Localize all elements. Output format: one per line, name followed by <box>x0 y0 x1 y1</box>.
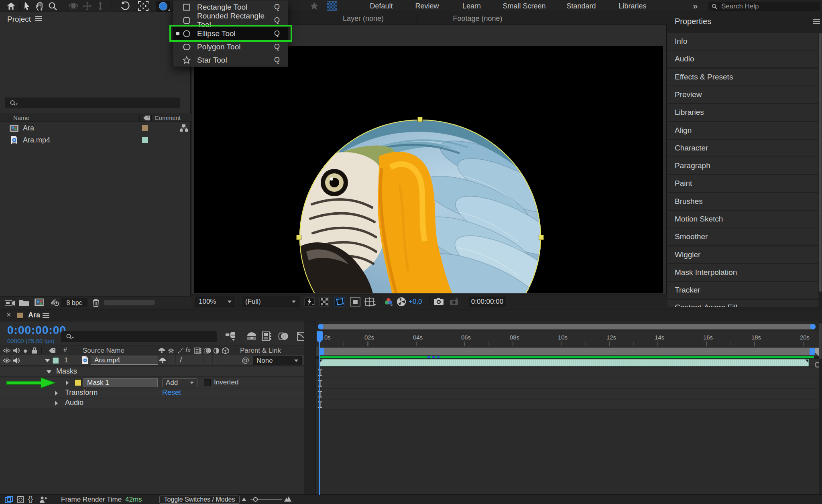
shy-switch-icon[interactable] <box>158 348 165 354</box>
project-item-name[interactable]: Ara.mp4 <box>23 136 50 144</box>
storyboard-person-icon[interactable] <box>39 496 48 503</box>
trash-icon[interactable] <box>92 299 100 307</box>
viewer-timecode-box[interactable]: 0:00:00:00 <box>469 297 506 307</box>
source-name-column[interactable]: Source Name <box>83 347 124 355</box>
collapse-transformations-icon[interactable] <box>168 348 174 354</box>
workspace-tab-standard[interactable]: Standard <box>566 2 596 10</box>
mask-vertex-handle-right[interactable] <box>539 235 544 240</box>
menu-item-rounded-rectangle-tool[interactable]: Rounded Rectangle Tool Q <box>173 14 288 27</box>
label-column-tag-icon[interactable] <box>49 348 56 354</box>
region-of-interest-icon[interactable] <box>350 297 360 307</box>
solo-column-icon[interactable] <box>23 349 27 353</box>
column-name[interactable]: Name <box>13 114 29 121</box>
layer-shy-icon[interactable] <box>159 358 166 364</box>
shy-toggle-icon[interactable] <box>246 332 257 341</box>
transform-reset-link[interactable]: Reset <box>162 388 181 397</box>
zoom-in-mountains-icon[interactable] <box>284 496 291 502</box>
audio-expander-chevron[interactable] <box>55 401 58 406</box>
panel-item-audio[interactable]: Audio <box>667 51 818 67</box>
dolly-camera-tool-icon[interactable] <box>97 1 104 11</box>
resolution-select[interactable]: (Full) <box>242 297 299 307</box>
label-color-swatch[interactable] <box>142 125 148 131</box>
layer-video-eye-icon[interactable] <box>3 358 10 363</box>
audio-group-row[interactable]: Audio <box>0 398 304 408</box>
audio-column-speaker-icon[interactable] <box>13 347 20 354</box>
panel-item-paragraph[interactable]: Paragraph <box>667 157 818 174</box>
bit-depth-button[interactable]: 8 bpc <box>61 298 87 307</box>
project-search-input[interactable] <box>5 98 180 108</box>
rotate-tool-icon[interactable] <box>120 1 130 11</box>
mask-expander-chevron[interactable] <box>66 380 69 385</box>
panel-item-character[interactable]: Character <box>667 140 818 156</box>
adjustment-layer-switch-icon[interactable] <box>213 348 220 354</box>
exposure-value[interactable]: +0,0 <box>409 298 422 306</box>
panel-item-wiggler[interactable]: Wiggler <box>667 246 818 263</box>
project-item-name[interactable]: Ara <box>23 124 34 132</box>
menu-item-ellipse-tool[interactable]: Ellipse Tool Q <box>173 27 288 40</box>
mask-name-field[interactable]: Mask 1 <box>83 378 158 387</box>
timeline-navigator-bar[interactable] <box>318 324 816 329</box>
show-snapshot-icon[interactable] <box>449 297 459 305</box>
frame-blend-switch-icon[interactable] <box>194 348 201 354</box>
panel-item-effects-presets[interactable]: Effects & Presets <box>667 69 818 85</box>
time-ruler[interactable]: 0s 02s 04s 06s 08s 10s 12s 14s 16s 18s 2… <box>316 331 819 346</box>
exposure-shutter-icon[interactable] <box>397 297 406 307</box>
workspace-tab-review[interactable]: Review <box>415 2 439 10</box>
grid-guides-icon[interactable] <box>364 297 376 307</box>
panel-item-info[interactable]: Info <box>667 33 818 50</box>
layer-number-column[interactable]: # <box>63 347 67 354</box>
tab-layer[interactable]: Layer (none) <box>343 14 384 23</box>
panel-item-content-aware-fill[interactable]: Content-Aware Fill <box>667 300 818 307</box>
flowchart-icon[interactable] <box>180 124 188 132</box>
mask-mode-select[interactable]: Add <box>162 378 197 387</box>
mask-feather-toolbar-icon[interactable] <box>327 1 337 11</box>
mask-vertex-handle-left[interactable] <box>296 235 301 240</box>
panel-item-motion-sketch[interactable]: Motion Sketch <box>667 211 818 228</box>
quality-switch-icon[interactable] <box>177 348 184 354</box>
lock-column-icon[interactable] <box>32 347 37 354</box>
expressions-braces-icon[interactable]: {} <box>28 495 33 503</box>
interpret-footage-icon[interactable] <box>5 299 15 306</box>
scrollbar-thumb[interactable] <box>819 323 822 359</box>
layer-quality-switch[interactable]: / <box>180 356 182 364</box>
help-search-box[interactable]: Search Help <box>708 2 820 11</box>
video-column-eye-icon[interactable] <box>3 348 10 353</box>
masks-expander-chevron[interactable] <box>47 370 51 374</box>
panel-item-tracker[interactable]: Tracker <box>667 282 818 299</box>
navigator-handle-left[interactable] <box>318 324 324 329</box>
layer-duration-bar[interactable] <box>319 359 809 366</box>
project-panel-menu-icon[interactable] <box>35 16 42 21</box>
magnification-select[interactable]: 100% <box>195 297 235 307</box>
panel-item-preview[interactable]: Preview <box>667 86 818 103</box>
masks-group-row[interactable]: Masks <box>0 367 304 377</box>
timeline-search-input[interactable] <box>61 331 217 342</box>
star-toolbar-icon[interactable] <box>310 2 319 10</box>
panel-item-align[interactable]: Align <box>667 122 818 139</box>
timeline-navigator-track[interactable] <box>316 323 819 331</box>
project-horizontal-scrollbar[interactable] <box>104 300 155 305</box>
new-folder-icon[interactable] <box>19 299 29 306</box>
take-snapshot-camera-icon[interactable] <box>433 297 444 305</box>
workspace-tab-default[interactable]: Default <box>370 2 393 10</box>
composition-mini-flowchart-icon[interactable] <box>226 332 237 341</box>
proxy-toggle-icon[interactable] <box>50 299 59 307</box>
work-area-end-handle[interactable] <box>810 348 815 355</box>
selection-tool-icon[interactable] <box>22 1 31 11</box>
motion-blur-switch-icon[interactable] <box>203 348 212 354</box>
zoom-tool-icon[interactable] <box>48 2 57 11</box>
project-item-row[interactable]: Ara <box>0 122 191 134</box>
shape-tool-active-slot[interactable] <box>156 1 170 12</box>
workspace-tab-libraries[interactable]: Libraries <box>619 2 646 10</box>
panel-item-smoother[interactable]: Smoother <box>667 228 818 245</box>
new-composition-icon[interactable] <box>35 299 44 306</box>
pan-camera-tool-icon[interactable] <box>82 1 92 11</box>
orbit-camera-tool-icon[interactable] <box>68 2 79 10</box>
mask-vertex-handle-top[interactable] <box>417 117 423 122</box>
timeline-list-divider[interactable] <box>304 321 316 495</box>
fast-previews-icon[interactable] <box>304 297 315 307</box>
transform-expander-chevron[interactable] <box>55 391 58 396</box>
panel-item-paint[interactable]: Paint <box>667 175 818 192</box>
label-color-swatch[interactable] <box>142 137 148 143</box>
layer-name-field[interactable]: Ara.mp4 <box>91 356 158 365</box>
3d-layer-switch-icon[interactable] <box>222 347 229 354</box>
